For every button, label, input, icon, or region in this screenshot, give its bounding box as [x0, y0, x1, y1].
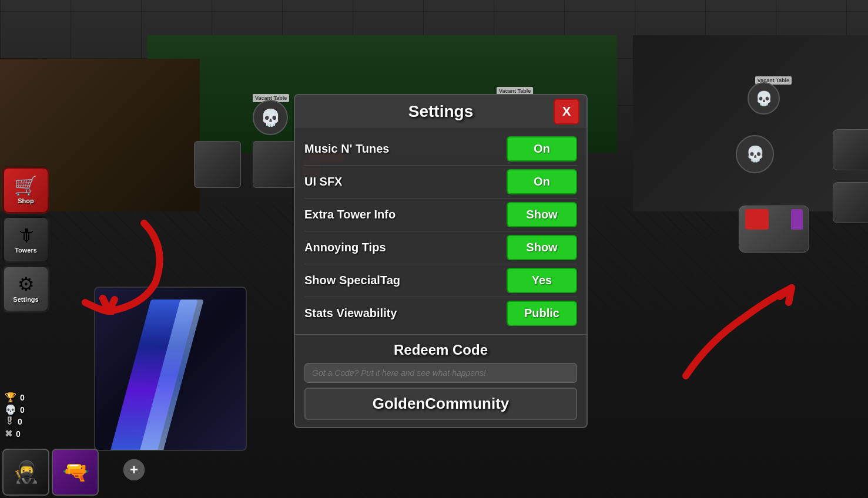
stats-bar: 🏆 0 💀 0 🎖 0 ✖ 0 [5, 392, 25, 439]
avatar-1: 💀 [253, 100, 288, 135]
setting-toggle-statsview[interactable]: Public [507, 301, 577, 326]
cross-icon: ✖ [5, 428, 12, 439]
settings-row-music: Music N' Tunes On [304, 133, 577, 166]
stat-rank-value: 0 [18, 417, 22, 426]
character-cards: 🥷 🔫 [0, 446, 101, 498]
sidebar-label-shop: Shop [18, 197, 34, 204]
settings-row-statsview: Stats Viewability Public [304, 297, 577, 329]
game-background: Vacant Table 💀 Vacant Table Vacant Table… [0, 0, 868, 498]
setting-toggle-tips[interactable]: Show [507, 235, 577, 260]
setting-label-statsview: Stats Viewability [304, 307, 397, 320]
setting-toggle-music[interactable]: On [507, 136, 577, 161]
setting-label-tips: Annoying Tips [304, 241, 386, 254]
sidebar-label-towers: Towers [15, 247, 37, 254]
sidebar-item-settings[interactable]: ⚙ Settings [2, 265, 49, 312]
sidebar-item-shop[interactable]: 🛒 Shop [2, 167, 49, 214]
settings-modal: Settings X Music N' Tunes On UI SFX On E… [294, 94, 588, 428]
char-icon-2: 🔫 [53, 450, 98, 494]
towers-icon: 🗡 [16, 226, 35, 244]
redeem-code-display: GoldenCommunity [304, 388, 577, 420]
stat-rank: 🎖 0 [5, 416, 25, 427]
stat-skull: 💀 0 [5, 404, 25, 415]
setting-label-specialtag: Show SpecialTag [304, 274, 400, 287]
stat-cross: ✖ 0 [5, 428, 25, 439]
sidebar: 🛒 Shop 🗡 Towers ⚙ Settings [0, 164, 52, 315]
setting-toggle-specialtag[interactable]: Yes [507, 268, 577, 293]
animated-cube [94, 287, 259, 463]
sidebar-label-settings: Settings [13, 296, 38, 303]
modal-body: Music N' Tunes On UI SFX On Extra Tower … [295, 128, 587, 334]
stat-gold: 🏆 0 [5, 392, 25, 403]
char-card-2[interactable]: 🔫 [52, 449, 99, 496]
setting-label-music: Music N' Tunes [304, 142, 389, 156]
redeem-input[interactable] [304, 363, 577, 383]
avatar-3: 💀 [736, 135, 774, 173]
setting-label-uisfx: UI SFX [304, 175, 342, 189]
setting-toggle-uisfx[interactable]: On [507, 169, 577, 194]
setting-toggle-towerinfo[interactable]: Show [507, 202, 577, 227]
avatar-2: 💀 [748, 82, 780, 115]
settings-icon: ⚙ [18, 275, 35, 294]
close-button[interactable]: X [554, 99, 579, 124]
trophy-icon: 🏆 [5, 392, 16, 403]
settings-row-specialtag: Show SpecialTag Yes [304, 264, 577, 297]
skull-icon: 💀 [5, 404, 16, 415]
sidebar-item-towers[interactable]: 🗡 Towers [2, 216, 49, 263]
char-icon-1: 🥷 [4, 450, 48, 494]
setting-label-towerinfo: Extra Tower Info [304, 208, 396, 221]
redeem-title: Redeem Code [304, 342, 577, 358]
redeem-section: Redeem Code GoldenCommunity [295, 334, 587, 427]
shop-icon: 🛒 [14, 176, 38, 195]
stat-skull-value: 0 [20, 405, 25, 415]
settings-row-uisfx: UI SFX On [304, 166, 577, 198]
modal-title: Settings [408, 102, 473, 121]
stat-cross-value: 0 [16, 429, 21, 439]
table-right [739, 206, 809, 253]
modal-header: Settings X [295, 95, 587, 128]
stat-gold-value: 0 [20, 393, 25, 402]
add-slot-3-button[interactable]: + [123, 459, 145, 480]
rank-icon: 🎖 [5, 416, 14, 427]
settings-row-tips: Annoying Tips Show [304, 231, 577, 264]
settings-row-towerinfo: Extra Tower Info Show [304, 198, 577, 231]
char-card-1[interactable]: 🥷 [2, 449, 49, 496]
